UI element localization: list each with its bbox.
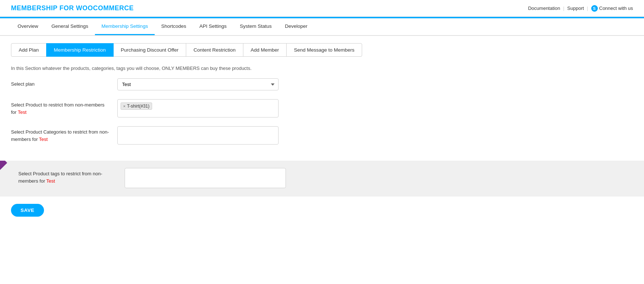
select-plan-row: Select plan Test [11, 78, 633, 90]
tab-overview[interactable]: Overview [11, 18, 45, 35]
connect-label: Connect with us [599, 5, 633, 11]
tags-textarea[interactable] [125, 168, 286, 188]
sub-tabs: Add Plan Membership Restriction Purchasi… [11, 43, 633, 57]
header: MEMBERSHIP FOR WOOCOMMERCE Documentation… [0, 0, 644, 17]
categories-input[interactable] [117, 126, 279, 145]
categories-restrict-control [117, 126, 279, 145]
categories-restrict-label: Select Product Categories to restrict fr… [11, 126, 110, 143]
tag-label: T-shirt(#31) [127, 104, 149, 109]
skype-icon: S [591, 5, 598, 12]
product-restrict-row: Select Product to restrict from non-memb… [11, 99, 633, 117]
subtab-add-plan[interactable]: Add Plan [11, 43, 47, 57]
select-plan-control: Test [117, 78, 279, 90]
categories-highlight: Test [39, 137, 48, 142]
separator-1: | [563, 5, 564, 11]
select-plan-label: Select plan [11, 78, 110, 88]
pro-badge: PRO [0, 161, 11, 183]
description-text: In this Section whatever the products, c… [11, 66, 633, 71]
header-links: Documentation | Support | S Connect with… [528, 5, 633, 12]
tab-shortcodes[interactable]: Shortcodes [155, 18, 193, 35]
nav-tabs: Overview General Settings Membership Set… [0, 18, 644, 36]
pro-section: PRO Select Product tags to restrict from… [0, 161, 644, 197]
select-plan-dropdown[interactable]: Test [117, 78, 279, 90]
tab-api-settings[interactable]: API Settings [193, 18, 233, 35]
save-button[interactable]: SAVE [11, 204, 44, 217]
subtab-membership-restriction[interactable]: Membership Restriction [46, 43, 114, 57]
product-tag-item: × T-shirt(#31) [121, 102, 152, 110]
product-restrict-label: Select Product to restrict from non-memb… [11, 99, 110, 116]
subtab-purchasing-discount-offer[interactable]: Purchasing Discount Offer [113, 43, 186, 57]
tab-system-status[interactable]: System Status [233, 18, 278, 35]
main-content: Add Plan Membership Restriction Purchasi… [0, 36, 644, 161]
tags-highlight: Test [46, 178, 55, 184]
documentation-link[interactable]: Documentation [528, 5, 560, 11]
tags-restrict-row: Select Product tags to restrict from non… [18, 168, 644, 189]
save-section: SAVE [0, 197, 644, 224]
categories-restrict-row: Select Product Categories to restrict fr… [11, 126, 633, 145]
support-link[interactable]: Support [567, 5, 584, 11]
separator-2: | [587, 5, 588, 11]
subtab-send-message-to-members[interactable]: Send Message to Members [286, 43, 362, 57]
product-restrict-highlight: Test [18, 109, 27, 115]
tags-restrict-control [125, 168, 286, 189]
tag-remove-button[interactable]: × [123, 104, 125, 108]
logo: MEMBERSHIP FOR WOOCOMMERCE [11, 4, 134, 12]
tab-general-settings[interactable]: General Settings [45, 18, 95, 35]
connect-with-us-link[interactable]: S Connect with us [591, 5, 633, 12]
subtab-add-member[interactable]: Add Member [243, 43, 287, 57]
subtab-content-restriction[interactable]: Content Restriction [186, 43, 243, 57]
product-tags-input[interactable]: × T-shirt(#31) [117, 99, 279, 117]
tab-membership-settings[interactable]: Membership Settings [95, 18, 155, 35]
pro-badge-label: PRO [0, 161, 7, 181]
tab-developer[interactable]: Developer [278, 18, 314, 35]
product-restrict-control: × T-shirt(#31) [117, 99, 279, 117]
tags-restrict-label: Select Product tags to restrict from non… [18, 168, 117, 184]
